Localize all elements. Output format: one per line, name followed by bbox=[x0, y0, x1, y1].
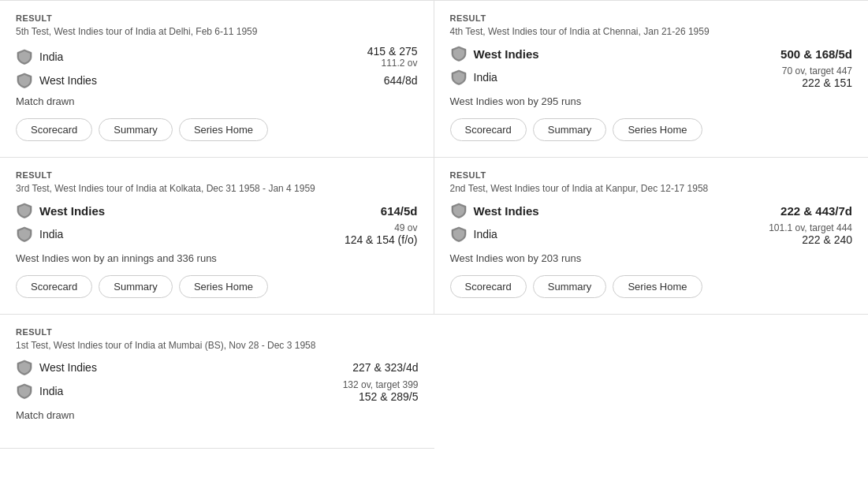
team1-score-detail: 111.2 ov bbox=[381, 58, 417, 69]
team2-row: India49 ov124 & 154 (f/o) bbox=[16, 222, 418, 246]
scorecard-button[interactable]: Scorecard bbox=[16, 275, 92, 298]
match-card-match5: RESULT1st Test, West Indies tour of Indi… bbox=[0, 315, 434, 449]
team1-left: West Indies bbox=[450, 202, 539, 219]
team2-row: India101.1 ov, target 444222 & 240 bbox=[450, 222, 853, 246]
match-info: 3rd Test, West Indies tour of India at K… bbox=[16, 183, 418, 194]
team1-score: 614/5d bbox=[381, 204, 418, 218]
team1-row: West Indies614/5d bbox=[16, 202, 418, 219]
team1-left: India bbox=[16, 48, 63, 65]
team1-name: West Indies bbox=[474, 204, 539, 218]
shield-icon bbox=[16, 382, 33, 400]
result-text: Match drawn bbox=[16, 409, 419, 421]
shield-icon bbox=[450, 226, 468, 243]
team2-name: India bbox=[474, 228, 497, 240]
shield-icon bbox=[16, 72, 33, 89]
team2-score: 152 & 289/5 bbox=[359, 390, 419, 403]
team2-score-detail: 101.1 ov, target 444 bbox=[769, 222, 852, 233]
team2-left: India bbox=[450, 69, 497, 86]
button-row: ScorecardSummarySeries Home bbox=[450, 118, 853, 141]
team1-score: 227 & 323/4d bbox=[352, 361, 418, 374]
team2-row: India132 ov, target 399152 & 289/5 bbox=[16, 379, 419, 403]
button-row: ScorecardSummarySeries Home bbox=[16, 275, 418, 298]
shield-icon bbox=[16, 359, 33, 376]
team1-row: West Indies222 & 443/7d bbox=[450, 202, 853, 219]
result-label: RESULT bbox=[450, 170, 853, 180]
match-card-match3: RESULT3rd Test, West Indies tour of Indi… bbox=[0, 158, 434, 315]
team1-name: India bbox=[39, 50, 63, 63]
match-card-match2: RESULT4th Test, West Indies tour of Indi… bbox=[434, 1, 869, 158]
result-text: West Indies won by 203 runs bbox=[450, 252, 853, 264]
team2-row: India70 ov, target 447222 & 151 bbox=[450, 65, 853, 89]
match-info: 1st Test, West Indies tour of India at M… bbox=[16, 340, 419, 351]
result-text: West Indies won by an innings and 336 ru… bbox=[16, 252, 418, 264]
result-label: RESULT bbox=[16, 327, 419, 337]
summary-button[interactable]: Summary bbox=[533, 275, 607, 298]
team1-name: West Indies bbox=[474, 47, 539, 61]
team2-name: India bbox=[474, 71, 497, 84]
team2-left: India bbox=[16, 382, 63, 400]
team2-score-block: 101.1 ov, target 444222 & 240 bbox=[769, 222, 852, 246]
team2-name: West Indies bbox=[39, 74, 97, 87]
team1-left: West Indies bbox=[450, 45, 539, 62]
team2-score: 222 & 151 bbox=[802, 76, 852, 89]
shield-icon bbox=[450, 202, 468, 219]
series-home-button[interactable]: Series Home bbox=[179, 275, 268, 298]
team1-score-block: 222 & 443/7d bbox=[780, 204, 852, 218]
team2-row: West Indies644/8d bbox=[16, 72, 418, 89]
match-info: 5th Test, West Indies tour of India at D… bbox=[16, 26, 418, 37]
team1-score: 222 & 443/7d bbox=[780, 204, 852, 218]
result-label: RESULT bbox=[16, 170, 418, 180]
team2-score-block: 70 ov, target 447222 & 151 bbox=[782, 65, 852, 89]
result-label: RESULT bbox=[450, 13, 853, 23]
result-text: Match drawn bbox=[16, 95, 418, 107]
match-info: 2nd Test, West Indies tour of India at K… bbox=[450, 183, 853, 194]
team1-row: West Indies227 & 323/4d bbox=[16, 359, 419, 376]
team1-left: West Indies bbox=[16, 202, 105, 219]
team1-name: West Indies bbox=[39, 361, 97, 374]
team2-score-block: 644/8d bbox=[384, 74, 418, 87]
team1-score: 415 & 275 bbox=[367, 45, 418, 58]
shield-icon bbox=[450, 45, 468, 62]
scorecard-button[interactable]: Scorecard bbox=[450, 275, 527, 298]
team2-score-detail: 49 ov bbox=[394, 222, 417, 233]
team2-left: India bbox=[16, 226, 63, 243]
summary-button[interactable]: Summary bbox=[99, 275, 173, 298]
match-card-match1: RESULT5th Test, West Indies tour of Indi… bbox=[0, 1, 434, 158]
shield-icon bbox=[16, 202, 33, 219]
button-row: ScorecardSummarySeries Home bbox=[450, 275, 853, 298]
summary-button[interactable]: Summary bbox=[533, 118, 607, 141]
shield-icon bbox=[16, 226, 33, 243]
team1-score-block: 614/5d bbox=[381, 204, 418, 218]
series-home-button[interactable]: Series Home bbox=[613, 118, 702, 141]
team1-score: 500 & 168/5d bbox=[780, 47, 852, 61]
summary-button[interactable]: Summary bbox=[99, 118, 173, 141]
scorecard-button[interactable]: Scorecard bbox=[16, 118, 92, 141]
series-home-button[interactable]: Series Home bbox=[179, 118, 268, 141]
match-info: 4th Test, West Indies tour of India at C… bbox=[450, 26, 853, 37]
team2-left: West Indies bbox=[16, 72, 97, 89]
result-label: RESULT bbox=[16, 13, 418, 23]
team1-score-block: 227 & 323/4d bbox=[352, 361, 418, 374]
series-home-button[interactable]: Series Home bbox=[613, 275, 702, 298]
button-row: ScorecardSummarySeries Home bbox=[16, 118, 418, 141]
scorecard-button[interactable]: Scorecard bbox=[450, 118, 527, 141]
team1-row: India415 & 275111.2 ov bbox=[16, 45, 418, 69]
shield-icon bbox=[450, 69, 468, 86]
match-card-match4: RESULT2nd Test, West Indies tour of Indi… bbox=[434, 158, 869, 315]
team2-name: India bbox=[39, 385, 63, 397]
team2-score-block: 49 ov124 & 154 (f/o) bbox=[345, 222, 418, 246]
team1-name: West Indies bbox=[39, 204, 105, 218]
team1-row: West Indies500 & 168/5d bbox=[450, 45, 853, 62]
team2-score-detail: 132 ov, target 399 bbox=[343, 379, 419, 390]
team1-score-block: 500 & 168/5d bbox=[780, 47, 852, 61]
team2-score: 222 & 240 bbox=[802, 233, 852, 246]
team2-left: India bbox=[450, 226, 497, 243]
team2-score-block: 132 ov, target 399152 & 289/5 bbox=[343, 379, 419, 403]
team1-score-block: 415 & 275111.2 ov bbox=[367, 45, 418, 69]
team2-score: 644/8d bbox=[384, 74, 418, 87]
team2-name: India bbox=[39, 228, 63, 240]
shield-icon bbox=[16, 48, 33, 65]
team2-score-detail: 70 ov, target 447 bbox=[782, 65, 852, 76]
team2-score: 124 & 154 (f/o) bbox=[345, 233, 418, 246]
result-text: West Indies won by 295 runs bbox=[450, 95, 853, 107]
